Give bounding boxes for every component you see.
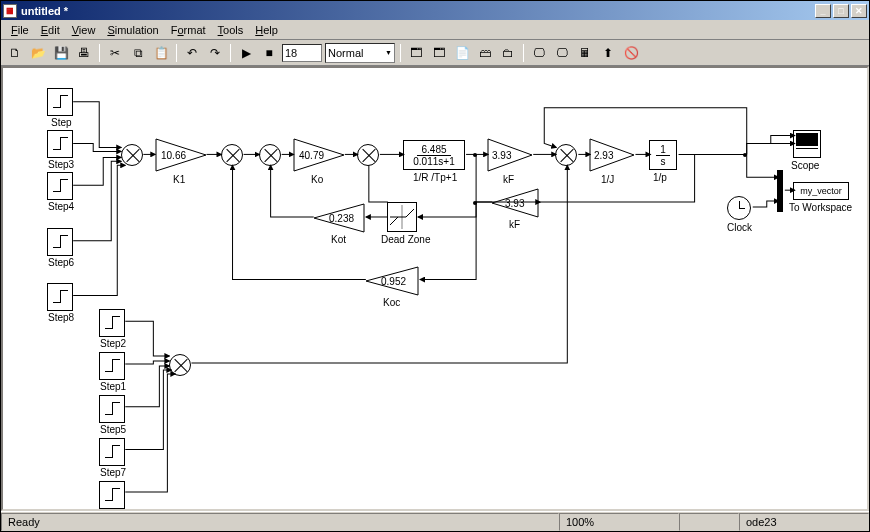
block-step9[interactable] [99,481,125,509]
paste-button[interactable]: 📋 [151,43,171,63]
block-step2[interactable] [99,309,125,337]
sum4[interactable] [357,144,379,166]
block-deadzone[interactable] [387,202,417,232]
save-button[interactable]: 💾 [51,43,71,63]
block-step5[interactable] [99,395,125,423]
label-step7: Step7 [100,467,126,478]
gain-kf[interactable]: 3.93 [487,138,533,172]
window-title: untitled * [21,5,815,17]
label-step8: Step8 [48,312,74,323]
label-tf: 1/R /Tp+1 [413,172,457,183]
sum5[interactable] [555,144,577,166]
gain-koc[interactable]: 0.952 [365,266,419,296]
block-step3[interactable] [47,130,73,158]
start-button[interactable]: ▶ [236,43,256,63]
gain-ko[interactable]: 40.79 [293,138,345,172]
block-tf[interactable]: 6.485 0.011s+1 [403,140,465,170]
svg-text:3.93: 3.93 [505,198,525,209]
status-ready: Ready [1,513,559,531]
label-step4: Step4 [48,201,74,212]
menu-tools[interactable]: Tools [212,22,250,38]
menu-edit[interactable]: Edit [35,22,66,38]
svg-line-16 [406,209,414,217]
gain-k1[interactable]: 10.66 [155,138,207,172]
label-step1: Step1 [100,381,126,392]
label-step5: Step5 [100,424,126,435]
icon-5[interactable]: 🗀 [498,43,518,63]
gain-invj[interactable]: 2.93 [589,138,635,172]
label-step9: Step9 [100,510,126,511]
label-kf: kF [503,174,514,185]
label-k1: K1 [173,174,185,185]
label-koc: Koc [383,297,400,308]
icon-6[interactable]: 🖵 [529,43,549,63]
stop-time-field[interactable] [282,44,322,62]
undo-button[interactable]: ↶ [182,43,202,63]
sum2[interactable] [221,144,243,166]
block-step8[interactable] [47,283,73,311]
toolbar: 🗋 📂 💾 🖶 ✂ ⧉ 📋 ↶ ↷ ▶ ■ Normal 🗔 🗔 📄 🗃 🗀 🖵… [1,40,869,66]
menu-help[interactable]: Help [249,22,284,38]
redo-button[interactable]: ↷ [205,43,225,63]
cut-button[interactable]: ✂ [105,43,125,63]
sum3[interactable] [259,144,281,166]
node [473,153,477,157]
block-scope[interactable] [793,130,821,158]
open-button[interactable]: 📂 [28,43,48,63]
stop-button[interactable]: ■ [259,43,279,63]
sum6[interactable] [169,354,191,376]
block-step6[interactable] [47,228,73,256]
minimize-button[interactable]: _ [815,4,831,18]
label-ws: To Workspace [789,202,852,213]
maximize-button[interactable]: □ [833,4,849,18]
label-ko: Ko [311,174,323,185]
icon-9[interactable]: ⬆ [598,43,618,63]
block-integrator[interactable]: 1 s [649,140,677,170]
label-invp: 1/p [653,172,667,183]
icon-10[interactable]: 🚫 [621,43,641,63]
block-mux[interactable] [777,170,783,212]
simulink-window: ▦ untitled * _ □ ✕ FFileile Edit View Si… [0,0,870,532]
status-zoom: 100% [559,513,679,531]
node [743,153,747,157]
icon-7[interactable]: 🖵 [552,43,572,63]
label-scope: Scope [791,160,819,171]
gain-kot[interactable]: 0.238 [313,203,365,233]
svg-text:3.93: 3.93 [492,150,512,161]
svg-line-17 [390,217,398,225]
sum1[interactable] [121,144,143,166]
svg-text:0.952: 0.952 [381,276,406,287]
label-step3: Step3 [48,159,74,170]
sim-mode-select[interactable]: Normal [325,43,395,63]
block-step1[interactable] [99,352,125,380]
print-button[interactable]: 🖶 [74,43,94,63]
label-kf2: kF [509,219,520,230]
gain-kf2[interactable]: 3.93 [491,188,539,218]
statusbar: Ready 100% ode23 [1,511,869,531]
icon-4[interactable]: 🗃 [475,43,495,63]
svg-text:40.79: 40.79 [299,150,324,161]
copy-button[interactable]: ⧉ [128,43,148,63]
block-step[interactable] [47,88,73,116]
menu-file[interactable]: FFileile [5,22,35,38]
block-clock[interactable] [727,196,751,220]
menu-view[interactable]: View [66,22,102,38]
label-clock: Clock [727,222,752,233]
new-button[interactable]: 🗋 [5,43,25,63]
close-button[interactable]: ✕ [851,4,867,18]
label-step2: Step2 [100,338,126,349]
block-step7[interactable] [99,438,125,466]
svg-text:2.93: 2.93 [594,150,614,161]
svg-text:0.238: 0.238 [329,213,354,224]
menu-format[interactable]: Format [165,22,212,38]
menu-simulation[interactable]: Simulation [101,22,164,38]
label-dz: Dead Zone [381,234,430,245]
block-workspace[interactable]: my_vector [793,182,849,200]
icon-8[interactable]: 🖩 [575,43,595,63]
icon-1[interactable]: 🗔 [406,43,426,63]
block-step4[interactable] [47,172,73,200]
icon-2[interactable]: 🗔 [429,43,449,63]
icon-3[interactable]: 📄 [452,43,472,63]
label-kot: Kot [331,234,346,245]
model-canvas[interactable]: Step Step3 Step4 Step6 Step8 Step2 Step1… [1,66,869,511]
